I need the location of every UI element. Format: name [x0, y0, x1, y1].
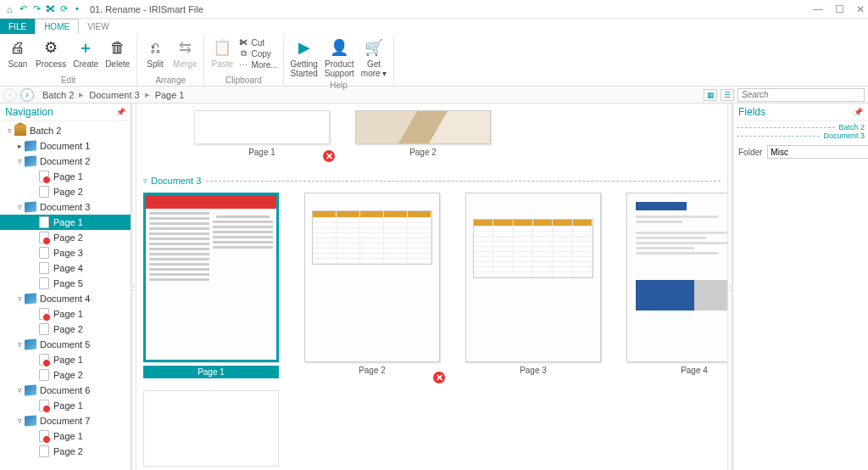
- tree-page[interactable]: Page 2: [0, 367, 131, 383]
- delete-button[interactable]: 🗑 Delete: [102, 36, 133, 70]
- tab-home[interactable]: HOME: [35, 19, 79, 34]
- scan-label: Scan: [8, 59, 28, 69]
- tree-page[interactable]: Page 2: [0, 230, 131, 245]
- view-thumbnails-button[interactable]: ▦: [704, 89, 717, 101]
- getting-started-button[interactable]: ▶ Getting Started: [287, 36, 321, 80]
- cut-button[interactable]: ✀Cut: [238, 37, 277, 48]
- expand-icon[interactable]: ▿: [15, 157, 24, 165]
- thumbnail-page[interactable]: ✕ Page 1: [194, 110, 330, 157]
- breadcrumb-item[interactable]: Page 1: [155, 90, 185, 100]
- tree-page[interactable]: Page 1: [0, 428, 131, 444]
- tree-page[interactable]: Page 4: [0, 260, 131, 276]
- tree-batch[interactable]: ▿Batch 2: [0, 123, 131, 138]
- thumbnail-caption: Page 2: [409, 148, 437, 157]
- expand-icon[interactable]: ▿: [15, 203, 24, 211]
- nav-forward-button[interactable]: ›: [20, 88, 34, 102]
- qat-dropdown-icon[interactable]: ▾: [71, 3, 83, 15]
- breadcrumb-item[interactable]: Batch 2: [42, 90, 74, 100]
- tree-page[interactable]: Page 1: [0, 398, 131, 413]
- tree-page[interactable]: Page 2: [0, 444, 131, 459]
- page-icon: [37, 232, 51, 243]
- page-icon: [37, 247, 51, 259]
- expand-icon[interactable]: ▸: [15, 142, 24, 150]
- expand-icon[interactable]: ▿: [15, 294, 24, 303]
- tree-page[interactable]: Page 2: [0, 184, 131, 199]
- menu-tabs: FILE HOME VIEW: [0, 19, 868, 34]
- get-more-button[interactable]: 🛒 Get more ▾: [358, 36, 391, 80]
- maximize-button[interactable]: ☐: [835, 3, 844, 15]
- merge-button: ⇆ Merge: [170, 36, 200, 70]
- field-folder-row: Folder: [733, 142, 868, 162]
- tree-page[interactable]: Page 1: [0, 215, 131, 230]
- expand-icon[interactable]: ▿: [5, 126, 14, 135]
- expand-icon[interactable]: ▿: [15, 386, 24, 394]
- tree-item-label: Page 5: [53, 278, 83, 288]
- tree-document[interactable]: ▿Document 2: [0, 154, 131, 169]
- tree-item-label: Page 3: [53, 248, 83, 258]
- tree-page[interactable]: Page 5: [0, 276, 131, 291]
- view-details-button[interactable]: ☰: [721, 89, 734, 101]
- document-icon: [24, 201, 37, 213]
- expand-icon[interactable]: ▿: [15, 340, 24, 349]
- qat-scan-icon[interactable]: ⌂: [3, 3, 15, 15]
- thumbnail-page[interactable]: Page 3: [465, 193, 601, 378]
- breadcrumb-item[interactable]: Document 3: [89, 90, 139, 100]
- thumbnail-page[interactable]: ✕ Page 2: [304, 193, 440, 378]
- copy-button[interactable]: ⧉Copy: [238, 48, 277, 59]
- field-folder-input[interactable]: [767, 145, 868, 159]
- thumbnail-caption: Page 3: [520, 366, 547, 375]
- tree-item-label: Document 6: [40, 385, 90, 395]
- scissors-icon: ✀: [238, 37, 248, 48]
- ribbon-group-arrange-label: Arrange: [141, 75, 200, 86]
- create-button[interactable]: ＋ Create: [70, 36, 102, 70]
- tab-file[interactable]: FILE: [0, 19, 35, 34]
- tree-document[interactable]: ▸Document 1: [0, 138, 131, 154]
- process-button[interactable]: ⚙ Process: [32, 36, 70, 70]
- delete-label: Delete: [105, 59, 130, 69]
- search-input[interactable]: [737, 88, 865, 102]
- fields-breadcrumb: Batch 2 Document 3: [733, 121, 868, 142]
- tree-page[interactable]: Page 3: [0, 245, 131, 260]
- fields-panel: Fields 📌 Batch 2 Document 3 Folder: [732, 104, 868, 470]
- more-clipboard-button[interactable]: ⋯More...: [238, 59, 277, 70]
- tree-page[interactable]: Page 1: [0, 352, 131, 367]
- pin-icon[interactable]: 📌: [116, 108, 125, 116]
- tree-document[interactable]: ▿Document 6: [0, 383, 131, 398]
- qat-cut-icon[interactable]: ✀: [44, 3, 56, 15]
- tree-page[interactable]: Page 1: [0, 306, 131, 322]
- tree-page[interactable]: Page 1: [0, 169, 131, 184]
- collapse-icon[interactable]: ▿: [143, 176, 147, 185]
- qat-redo-icon[interactable]: ↷: [31, 3, 42, 15]
- navigation-header: Navigation 📌: [0, 104, 131, 121]
- pin-icon[interactable]: 📌: [854, 108, 863, 116]
- tree-document[interactable]: ▿Document 5: [0, 337, 131, 352]
- page-icon: [37, 400, 51, 411]
- qat-refresh-icon[interactable]: ⟳: [58, 3, 70, 15]
- thumbnail-page-selected[interactable]: Page 1: [143, 193, 279, 378]
- paste-button: 📋 Paste: [208, 36, 236, 70]
- tree-document[interactable]: ▿Document 3: [0, 199, 131, 215]
- cart-icon: 🛒: [364, 37, 384, 58]
- thumbnail-caption: Page 2: [359, 366, 386, 375]
- tree-item-label: Document 3: [40, 202, 90, 212]
- tree-page[interactable]: Page 2: [0, 322, 131, 337]
- thumbnail-page[interactable]: Page 4: [626, 193, 727, 378]
- copy-label: Copy: [251, 49, 270, 59]
- tree-document[interactable]: ▿Document 7: [0, 413, 131, 428]
- tree-item-label: Page 1: [53, 431, 83, 441]
- tab-view[interactable]: VIEW: [79, 19, 118, 34]
- tree-item-label: Document 2: [40, 156, 90, 166]
- split-button[interactable]: ⎌ Split: [141, 36, 170, 70]
- minimize-button[interactable]: —: [813, 3, 823, 15]
- document-title-row[interactable]: ▿ Document 3: [143, 176, 721, 186]
- product-support-button[interactable]: 👤 Product Support: [321, 36, 358, 80]
- expand-icon[interactable]: ▿: [15, 417, 24, 425]
- tree-item-label: Document 1: [40, 141, 90, 151]
- thumbnail-page[interactable]: Page 2: [355, 110, 491, 157]
- qat-undo-icon[interactable]: ↶: [17, 3, 29, 15]
- tree-document[interactable]: ▿Document 4: [0, 291, 131, 306]
- thumbnail-caption: Page 1: [143, 366, 279, 378]
- scan-button[interactable]: 🖨 Scan: [3, 36, 32, 70]
- close-button[interactable]: ✕: [856, 3, 865, 15]
- navigation-title: Navigation: [5, 106, 53, 118]
